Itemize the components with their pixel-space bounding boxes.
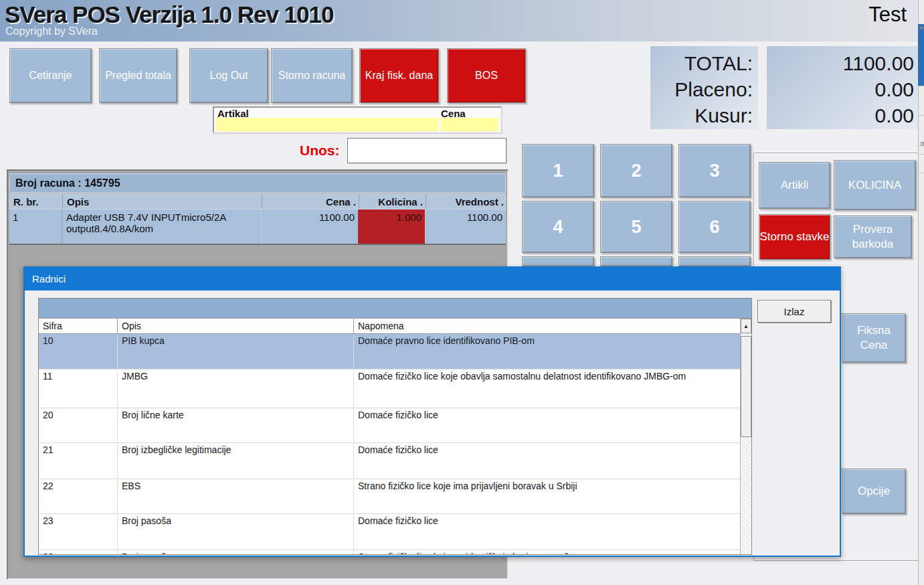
button-label: Provera barkoda [834, 222, 911, 252]
cena-field[interactable] [441, 118, 498, 131]
cell-sifra: 21 [39, 444, 117, 479]
grid-row[interactable]: 11 JMBG Domaće fizičko lice koje obavlja… [39, 369, 740, 408]
copyright-text: Copyright by SVera [5, 25, 98, 37]
kusur-label: Kusur: [650, 102, 753, 129]
numpad-key-4[interactable]: 4 [522, 201, 594, 253]
app-header: SVera POS Verzija 1.0 Rev 1010 Copyright… [0, 0, 924, 41]
button-label: Pregled totala [105, 69, 171, 82]
col-rbr[interactable]: R. br. [10, 194, 62, 209]
button-label: Cetiranje [29, 69, 72, 82]
storno-stavke-button[interactable]: Storno stavke [759, 214, 830, 260]
key-label: 2 [631, 161, 641, 181]
opcije-button[interactable]: Opcije [842, 469, 906, 514]
artikal-field[interactable] [216, 118, 438, 131]
col-napomena[interactable]: Napomena [353, 319, 740, 333]
cell-kolicina: 1.000 [358, 210, 425, 244]
placeno-label: Placeno: [650, 76, 753, 102]
background-window-edge [918, 0, 924, 585]
cell-napomena: Strano fizičko lice koje ima prijavljeni… [353, 480, 740, 513]
key-label: 6 [709, 217, 719, 238]
total-label: TOTAL: [650, 50, 753, 76]
cell-opis: Adapter USB 7.4V INPUTmicro5/2A output8.… [62, 210, 261, 244]
storno-racuna-button[interactable]: Storno racuna [271, 48, 353, 103]
numpad-key-5[interactable]: 5 [600, 201, 672, 253]
cell-cena: 1100.00 [261, 210, 358, 244]
fiksna-cena-button[interactable]: Fiksna Cena [842, 313, 906, 363]
grid-group-band [39, 299, 751, 319]
cell-napomena: Domaće pravno lice identifikovano PIB-om [353, 335, 740, 369]
logout-button[interactable]: Log Out [189, 48, 268, 103]
cell-sifra: 22 [39, 480, 117, 513]
artikli-button[interactable]: Artikli [759, 162, 830, 209]
key-label: 5 [631, 217, 641, 238]
cell-napomena: Domaće fizičko lice [353, 409, 740, 442]
numpad-key-partial[interactable] [678, 256, 751, 266]
cell-opis: Broj pasoša [117, 551, 353, 555]
col-kolicina[interactable]: Kolicina . [359, 194, 426, 209]
numpad-key-partial[interactable] [522, 256, 594, 266]
numpad-key-6[interactable]: 6 [678, 201, 751, 253]
col-opis[interactable]: Opis [62, 194, 262, 209]
bos-button[interactable]: BOS [447, 48, 526, 103]
grid-row[interactable]: 22 EBS Strano fizičko lice koje ima prij… [39, 479, 740, 514]
cell-opis: EBS [117, 480, 353, 513]
cell-napomena: Strano fizičko lice koje se identifikuje… [353, 551, 740, 555]
button-label: Kraj fisk. dana [365, 69, 433, 82]
key-label: 3 [709, 161, 719, 181]
grid-row[interactable]: 23 Broj pasoša Domaće fizičko lice [39, 514, 740, 550]
button-label: BOS [475, 69, 498, 82]
key-label: 1 [553, 161, 563, 181]
grid-row[interactable]: 20 Broj lične karte Domaće fizičko lice [39, 408, 740, 443]
grid-row-selected[interactable]: 10 PIB kupca Domaće pravno lice identifi… [39, 334, 740, 369]
provera-barkoda-button[interactable]: Provera barkoda [834, 216, 912, 258]
grid-body: 10 PIB kupca Domaće pravno lice identifi… [39, 334, 740, 555]
numpad-key-2[interactable]: 2 [600, 144, 672, 197]
col-opis[interactable]: Opis [117, 319, 353, 333]
radnici-grid: Sifra Opis Napomena 10 PIB kupca Domaće … [38, 298, 752, 555]
col-cena[interactable]: Cena . [262, 194, 359, 209]
grid-row-partial[interactable]: 30 Broj pasoša Strano fizičko lice koje … [39, 550, 740, 555]
unos-label: Unos: [300, 143, 340, 159]
cell-sifra: 10 [39, 335, 117, 369]
cell-vrednost: 1100.00 [425, 210, 506, 244]
store-label: Test [868, 3, 907, 27]
col-vrednost[interactable]: Vrednost . [426, 194, 506, 209]
kraj-fisk-dana-button[interactable]: Kraj fisk. dana [359, 48, 439, 103]
receipt-row[interactable]: 1 Adapter USB 7.4V INPUTmicro5/2A output… [9, 210, 506, 245]
totals-labels-panel: TOTAL: Placeno: Kusur: [650, 46, 758, 129]
button-label: Storno stavke [760, 230, 830, 244]
grid-column-header: Sifra Opis Napomena [39, 319, 740, 334]
izlaz-button[interactable]: Izlaz [757, 300, 831, 323]
cell-sifra: 23 [39, 515, 117, 550]
button-label: Fiksna Cena [842, 323, 905, 353]
scrollbar-thumb[interactable] [741, 336, 751, 437]
kusur-value: 0.00 [767, 102, 914, 129]
button-label: Opcije [858, 484, 890, 499]
numpad-key-3[interactable]: 3 [678, 144, 751, 197]
cell-napomena: Domaće fizičko lice koje obavlja samosta… [353, 370, 740, 408]
scroll-up-arrow-icon[interactable]: ▲ [741, 319, 751, 333]
cell-sifra: 30 [39, 551, 117, 555]
cell-napomena: Domaće fizičko lice [353, 444, 740, 479]
dialog-titlebar: Radnici [23, 266, 841, 290]
cetiranje-button[interactable]: Cetiranje [9, 48, 92, 103]
scan-panel: Artikal Cena [213, 106, 502, 133]
unos-input[interactable] [347, 138, 506, 163]
placeno-value: 0.00 [767, 76, 914, 102]
pregled-totala-button[interactable]: Pregled totala [99, 48, 177, 103]
total-value: 1100.00 [767, 50, 914, 76]
grid-row[interactable]: 21 Broj izbegličke legitimacije Domaće f… [39, 443, 740, 479]
dialog-title: Radnici [32, 273, 66, 284]
edge-text-mid: .0 [919, 141, 924, 147]
numpad-key-1[interactable]: 1 [522, 144, 594, 197]
cell-opis: JMBG [117, 370, 353, 408]
kolicina-button[interactable]: KOLICINA [834, 160, 916, 210]
numpad-key-partial[interactable] [600, 256, 672, 266]
button-label: Storno racuna [278, 69, 346, 82]
app-title: SVera POS Verzija 1.0 Rev 1010 [5, 1, 333, 28]
col-sifra[interactable]: Sifra [39, 319, 117, 333]
scrollbar-track[interactable] [741, 437, 751, 555]
grid-scrollbar[interactable]: ▲ [740, 319, 751, 555]
totals-values-panel: 1100.00 0.00 0.00 [767, 46, 919, 129]
cell-sifra: 20 [39, 409, 117, 442]
